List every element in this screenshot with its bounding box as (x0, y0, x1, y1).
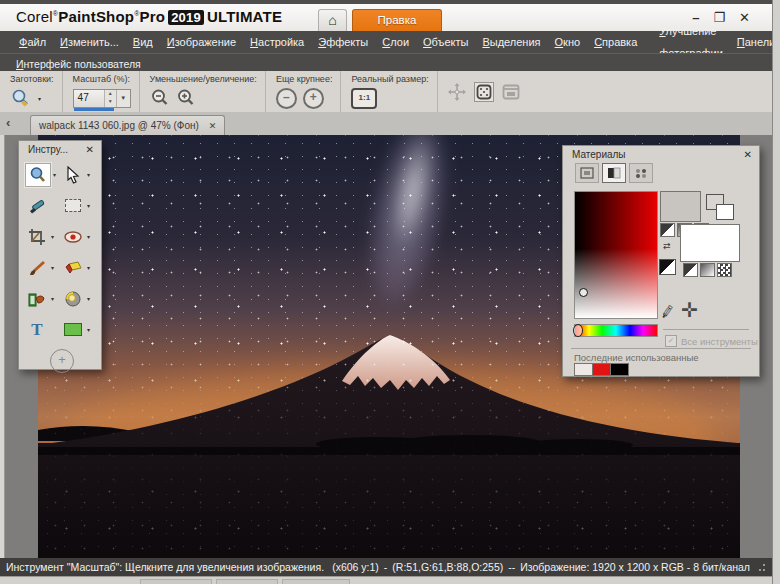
menu-adjust[interactable]: Настройка (243, 31, 311, 53)
zoom-out-icon[interactable] (150, 88, 170, 108)
close-button[interactable]: ✕ (739, 10, 750, 26)
redeye-tool-flyout-icon[interactable]: ▾ (87, 233, 90, 240)
tools-palette-close-icon[interactable]: ✕ (86, 144, 94, 155)
document-tab-label: walpack 1143 060.jpg @ 47% (Фон) (39, 120, 199, 131)
redeye-tool[interactable]: ▾ (61, 226, 97, 248)
fg-color-style-icon[interactable] (660, 223, 675, 237)
menu-help[interactable]: Справка (587, 31, 644, 53)
brush-tool-flyout-icon[interactable]: ▾ (51, 264, 54, 271)
picture-tube-flyout-icon[interactable]: ▾ (51, 295, 54, 302)
zoom-out-more-button[interactable]: – (276, 88, 297, 109)
presets-dropdown-icon[interactable]: ▾ (38, 95, 41, 102)
shape-tool[interactable]: ▾ (61, 319, 97, 341)
ui-toolbar-caption: Интерфейс пользователя (0, 53, 772, 72)
zoom-inout-label: Уменьшение/увеличение: (150, 74, 257, 84)
all-tools-label: Все инструменты (681, 336, 758, 347)
eraser-tool-flyout-icon[interactable]: ▾ (87, 264, 90, 271)
materials-add-icon[interactable]: ✛ (681, 298, 698, 322)
zoom-spinbox[interactable]: 47 ▲ ▼ ▼ (73, 89, 131, 108)
selection-tool-flyout-icon[interactable]: ▾ (87, 202, 90, 209)
document-tab[interactable]: walpack 1143 060.jpg @ 47% (Фон) ✕ (30, 115, 225, 135)
dropper-tool-icon (28, 197, 46, 215)
all-tools-option[interactable]: ✓ Все инструменты (665, 335, 758, 347)
tools-palette-titlebar[interactable]: Инстру... ✕ (19, 141, 101, 156)
menu-objects[interactable]: Объекты (416, 31, 475, 53)
image-info: Изображение: 1920 x 1200 x RGB - 8 бит/к… (520, 561, 750, 573)
menu-selections[interactable]: Выделения (475, 31, 547, 53)
materials-close-icon[interactable]: ✕ (744, 149, 752, 160)
background-swatch[interactable] (680, 224, 740, 262)
zoom-spin-buttons: ▲ ▼ (104, 90, 116, 107)
all-tools-checkbox[interactable]: ✓ (665, 335, 677, 347)
materials-tab-rainbow[interactable] (602, 163, 626, 183)
fit-window-icon[interactable] (502, 84, 520, 100)
materials-eyedropper-icon[interactable]: 🖉 (660, 303, 675, 320)
menu-file[interactable]: Файл (12, 31, 53, 53)
menu-view[interactable]: Вид (126, 31, 160, 53)
tab-scroll-left-icon[interactable]: ‹ (6, 115, 10, 130)
home-tab[interactable]: ⌂ (318, 9, 347, 32)
recent-swatch-3[interactable] (610, 363, 629, 376)
tab-edit-workspace[interactable]: Правка (352, 9, 442, 32)
materials-titlebar[interactable]: Материалы ✕ (563, 146, 759, 161)
materials-panel[interactable]: Материалы ✕ (562, 145, 760, 377)
zoom-tool[interactable]: ▾ (25, 163, 61, 187)
menu-effects[interactable]: Эффекты (311, 31, 375, 53)
eraser-tool[interactable]: ▾ (61, 257, 97, 279)
menu-image[interactable]: Изображение (160, 31, 243, 53)
menu-window[interactable]: Окно (548, 31, 588, 53)
color-overlap-swatches[interactable] (706, 194, 742, 226)
menu-layers[interactable]: Слои (375, 31, 416, 53)
presets-icon[interactable] (10, 88, 32, 108)
hue-slider-marker[interactable] (573, 324, 583, 337)
pick-tool-flyout-icon[interactable]: ▾ (87, 171, 90, 178)
bg-color-style-icon[interactable] (683, 263, 698, 277)
document-tab-close-icon[interactable]: ✕ (209, 121, 217, 131)
foreground-swatch[interactable] (660, 191, 701, 222)
menu-edit[interactable]: Изменить... (53, 31, 126, 53)
zoom-in-more-button[interactable]: + (303, 88, 324, 109)
selection-tool[interactable]: ▾ (61, 195, 97, 217)
pick-tool[interactable]: ▾ (61, 164, 97, 186)
resize-grip[interactable] (758, 562, 766, 572)
selection-tool-icon (65, 199, 81, 212)
dropper-tool[interactable] (25, 195, 61, 217)
materials-title: Материалы (572, 149, 626, 160)
brand-pro: Pro (140, 8, 166, 25)
bg-gradient-style-icon[interactable] (700, 263, 715, 277)
zoom-tool-flyout-icon[interactable]: ▾ (53, 171, 56, 178)
zoom-dropdown-icon[interactable]: ▼ (116, 90, 130, 107)
spin-up-icon[interactable]: ▲ (105, 90, 116, 99)
status-separator: - (384, 561, 388, 573)
recent-swatch-2[interactable] (592, 363, 611, 376)
recent-swatch-1[interactable] (574, 363, 593, 376)
swap-colors-icon[interactable]: ⇄ (663, 241, 671, 251)
brush-tool[interactable]: ▾ (25, 257, 61, 279)
pan-tool-icon[interactable] (448, 83, 466, 101)
window-right-edge (772, 0, 780, 584)
add-tools-button[interactable]: + (50, 349, 74, 373)
materials-tab-frame[interactable] (575, 163, 599, 183)
zoom-value[interactable]: 47 (74, 90, 104, 107)
fit-image-button[interactable] (474, 82, 494, 102)
crop-tool[interactable]: ▾ (25, 226, 61, 248)
brush-tool-icon (28, 259, 46, 277)
picture-tube-tool[interactable]: ▾ (25, 288, 61, 310)
spin-down-icon[interactable]: ▼ (105, 98, 116, 107)
color-picker-marker[interactable] (579, 288, 588, 297)
crop-tool-flyout-icon[interactable]: ▾ (51, 233, 54, 240)
text-tool-icon: T (31, 321, 42, 339)
shape-tool-flyout-icon[interactable]: ▾ (87, 326, 90, 333)
tools-palette[interactable]: Инстру... ✕ ▾ (18, 140, 102, 370)
makeover-flyout-icon[interactable]: ▾ (87, 295, 90, 302)
brand-corel: Corel (16, 8, 53, 25)
makeover-tool[interactable]: ▾ (61, 288, 97, 310)
actual-size-icon[interactable]: 1:1 (351, 88, 377, 109)
text-tool[interactable]: T (25, 319, 61, 341)
materials-tab-swatches[interactable] (629, 163, 653, 183)
transparency-toggle-icon[interactable] (659, 259, 676, 275)
saturation-value-picker[interactable] (574, 191, 658, 319)
bg-pattern-style-icon[interactable] (717, 263, 732, 277)
zoom-in-icon[interactable] (176, 88, 196, 108)
hue-slider[interactable] (574, 324, 658, 337)
